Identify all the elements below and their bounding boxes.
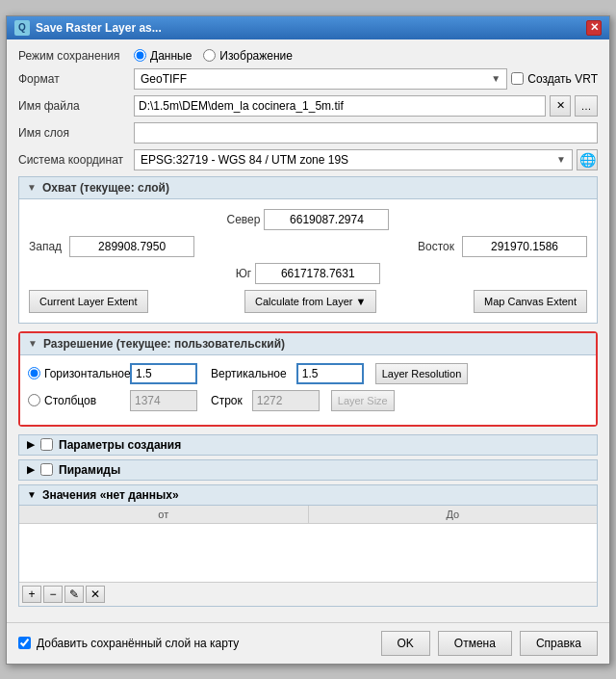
- create-vrt-checkbox[interactable]: [511, 72, 524, 85]
- nodata-footer: + − ✎ ✕: [19, 582, 597, 606]
- creation-params-section: ▶ Параметры создания: [18, 434, 598, 456]
- close-button[interactable]: ✕: [586, 20, 602, 36]
- crs-field: EPSG:32719 - WGS 84 / UTM zone 19S ▼ 🌐: [134, 149, 598, 170]
- resolution-section: ▼ Разрешение (текущее: пользовательский)…: [18, 331, 598, 427]
- creation-params-checkbox[interactable]: [40, 438, 53, 451]
- add-to-map-option[interactable]: Добавить сохранённый слой на карту: [18, 637, 239, 650]
- filename-label: Имя файла: [18, 99, 134, 113]
- nodata-remove-button[interactable]: −: [43, 586, 63, 603]
- radio-image-input[interactable]: [203, 49, 216, 62]
- crs-globe-button[interactable]: 🌐: [577, 149, 598, 170]
- horizontal-input[interactable]: [130, 363, 197, 384]
- calculate-from-layer-button[interactable]: Calculate from Layer ▼: [244, 290, 376, 313]
- columns-radio[interactable]: [28, 394, 40, 406]
- north-row: Север: [29, 209, 587, 230]
- help-button[interactable]: Справка: [520, 631, 598, 656]
- pyramids-label: Пирамиды: [59, 463, 120, 477]
- creation-params-arrow: ▶: [27, 439, 35, 450]
- main-window: Q Save Raster Layer as... ✕ Режим сохран…: [6, 15, 610, 665]
- horizontal-row: Горизонтальное Вертикальное Layer Resolu…: [28, 363, 588, 384]
- extent-section: ▼ Охват (текущее: слой) Север Запад Вост…: [18, 176, 598, 324]
- bottom-bar: Добавить сохранённый слой на карту OK От…: [7, 622, 609, 664]
- ok-button[interactable]: OK: [381, 631, 430, 656]
- south-label: Юг: [236, 267, 252, 280]
- extent-header[interactable]: ▼ Охват (текущее: слой): [18, 176, 598, 199]
- map-canvas-extent-button[interactable]: Map Canvas Extent: [474, 290, 587, 313]
- bottom-right: OK Отмена Справка: [381, 631, 598, 656]
- columns-radio-option[interactable]: Столбцов: [28, 394, 124, 407]
- extent-arrow: ▼: [27, 182, 37, 193]
- west-group: Запад: [29, 236, 194, 257]
- east-label: Восток: [418, 240, 454, 253]
- pyramids-checkbox[interactable]: [40, 463, 53, 476]
- nodata-add-button[interactable]: +: [22, 586, 41, 603]
- add-to-map-label: Добавить сохранённый слой на карту: [37, 637, 239, 650]
- resolution-header[interactable]: ▼ Разрешение (текущее: пользовательский): [20, 333, 596, 355]
- resolution-arrow: ▼: [28, 338, 38, 349]
- nodata-section: ▼ Значения «нет данных» от До + − ✎ ✕: [18, 484, 598, 607]
- title-bar-left: Q Save Raster Layer as...: [14, 20, 162, 36]
- nodata-col-to: До: [309, 506, 598, 523]
- save-mode-field: Данные Изображение: [134, 49, 598, 63]
- columns-row: Столбцов Строк Layer Size: [28, 390, 588, 411]
- rows-label: Строк: [211, 394, 243, 407]
- layername-input[interactable]: [134, 122, 598, 144]
- pyramids-header[interactable]: ▶ Пирамиды: [18, 459, 598, 481]
- nodata-table: от До + − ✎ ✕: [18, 506, 598, 607]
- radio-image-label: Изображение: [219, 49, 293, 63]
- format-value: GeoTIFF: [141, 72, 187, 86]
- create-vrt-label: Создать VRT: [527, 72, 598, 86]
- nodata-arrow: ▼: [27, 489, 37, 500]
- columns-input[interactable]: [130, 390, 197, 411]
- north-label: Север: [227, 213, 261, 226]
- calculate-from-layer-label: Calculate from Layer: [255, 296, 353, 307]
- nodata-edit-button[interactable]: ✎: [64, 586, 84, 603]
- creation-params-header[interactable]: ▶ Параметры создания: [18, 434, 598, 456]
- format-field: GeoTIFF ▼ Создать VRT: [134, 68, 598, 90]
- north-input[interactable]: [264, 209, 389, 230]
- nodata-header[interactable]: ▼ Значения «нет данных»: [18, 484, 598, 506]
- horizontal-radio-option[interactable]: Горизонтальное: [28, 367, 124, 380]
- current-layer-extent-button[interactable]: Current Layer Extent: [29, 290, 148, 313]
- extent-buttons: Current Layer Extent Calculate from Laye…: [29, 290, 587, 313]
- create-vrt-option[interactable]: Создать VRT: [511, 72, 598, 86]
- format-label: Формат: [18, 72, 134, 86]
- columns-label: Столбцов: [44, 394, 96, 407]
- add-to-map-checkbox[interactable]: [18, 637, 31, 649]
- extent-content: Север Запад Восток Юг: [18, 199, 598, 324]
- nodata-clear-button[interactable]: ✕: [86, 586, 105, 603]
- crs-arrow: ▼: [556, 154, 566, 165]
- save-mode-row: Режим сохранения Данные Изображение: [18, 49, 598, 63]
- crs-row: Система координат EPSG:32719 - WGS 84 / …: [18, 149, 598, 170]
- horizontal-label: Горизонтальное: [44, 367, 131, 380]
- vertical-input[interactable]: [296, 363, 364, 384]
- radio-image-option[interactable]: Изображение: [203, 49, 293, 63]
- bottom-left: Добавить сохранённый слой на карту: [18, 637, 239, 650]
- crs-combo[interactable]: EPSG:32719 - WGS 84 / UTM zone 19S ▼: [134, 149, 573, 170]
- filename-input[interactable]: [134, 95, 546, 117]
- filename-clear-button[interactable]: ✕: [550, 95, 571, 117]
- rows-input[interactable]: [252, 390, 320, 411]
- app-icon: Q: [14, 20, 30, 36]
- filename-browse-button[interactable]: …: [575, 95, 598, 117]
- south-input[interactable]: [255, 263, 380, 284]
- horizontal-radio[interactable]: [28, 367, 40, 379]
- resolution-content: Горизонтальное Вертикальное Layer Resolu…: [20, 355, 596, 425]
- filename-field: ✕ …: [134, 95, 598, 117]
- window-title: Save Raster Layer as...: [36, 21, 162, 35]
- format-arrow: ▼: [491, 73, 500, 84]
- radio-data-option[interactable]: Данные: [134, 49, 192, 63]
- layer-resolution-button[interactable]: Layer Resolution: [375, 363, 469, 384]
- east-group: Восток: [418, 236, 587, 257]
- west-input[interactable]: [69, 236, 194, 257]
- layer-size-button[interactable]: Layer Size: [331, 390, 395, 411]
- east-input[interactable]: [462, 236, 587, 257]
- crs-label: Система координат: [18, 153, 134, 167]
- crs-value: EPSG:32719 - WGS 84 / UTM zone 19S: [141, 153, 348, 167]
- cancel-button[interactable]: Отмена: [438, 631, 512, 656]
- layername-label: Имя слоя: [18, 126, 134, 140]
- creation-params-label: Параметры создания: [59, 438, 181, 452]
- radio-data-input[interactable]: [134, 49, 146, 62]
- format-combo[interactable]: GeoTIFF ▼: [134, 68, 507, 90]
- main-content: Режим сохранения Данные Изображение Форм…: [7, 39, 609, 622]
